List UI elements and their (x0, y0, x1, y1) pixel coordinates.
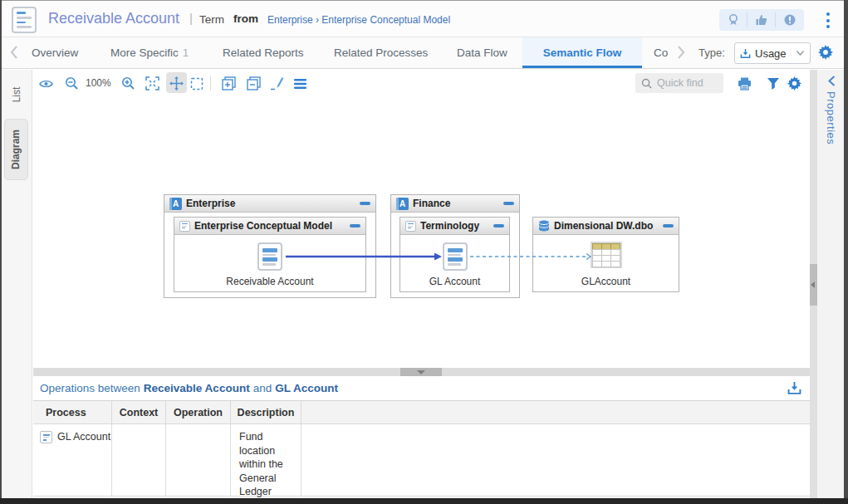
operations-panel: Operations between Receivable Account an… (33, 376, 810, 498)
collapse-all-icon[interactable] (247, 76, 261, 91)
window-border-bottom (0, 498, 848, 504)
operations-splitter-grip[interactable] (400, 368, 442, 376)
type-label: Type: (698, 37, 725, 68)
model-enterprise-conceptual-header[interactable]: Enterprise Conceptual Model (174, 218, 365, 235)
type-select-value: Usage (755, 47, 792, 60)
model-doc-icon (179, 221, 190, 232)
title-divider: | (189, 11, 193, 25)
quick-find-input[interactable] (657, 77, 715, 89)
diagram-settings-gear-icon[interactable] (787, 76, 801, 91)
tab-overview[interactable]: Overview (32, 37, 78, 68)
tab-collapsed[interactable]: Co (654, 37, 668, 68)
download-icon[interactable] (787, 381, 802, 396)
chevron-down-icon (796, 50, 805, 56)
from-label: from (233, 12, 258, 25)
node-gl-account[interactable] (443, 242, 468, 271)
node-glaccount[interactable] (591, 242, 622, 268)
quick-find-box (635, 73, 723, 93)
catalog-a-icon: A (169, 198, 182, 210)
type-select[interactable]: Usage (734, 42, 811, 64)
header-action-group (719, 9, 804, 31)
fit-to-screen-icon[interactable] (145, 76, 159, 91)
application-window: Receivable Account | Term from Enterpris… (0, 0, 848, 504)
col-operation[interactable]: Operation (166, 401, 231, 424)
operations-splitter[interactable] (33, 368, 810, 376)
side-tab-list[interactable]: List (2, 81, 32, 108)
tabs-scroll-left-icon[interactable] (8, 44, 20, 61)
window-border-left (0, 0, 2, 504)
model-terminology[interactable]: Terminology GL Account (399, 217, 510, 292)
annotate-pen-icon[interactable] (270, 76, 284, 91)
table-grid-icon (591, 242, 622, 268)
cell-context (112, 424, 166, 497)
tab-semantic-flow[interactable]: Semantic Flow (522, 37, 642, 68)
expand-all-icon[interactable] (222, 76, 236, 91)
window-border-right (844, 0, 848, 504)
col-context[interactable]: Context (112, 401, 166, 424)
tab-related-reports[interactable]: Related Reports (223, 37, 304, 68)
thumbs-up-icon[interactable] (748, 12, 776, 27)
print-icon[interactable] (738, 76, 752, 91)
operations-table-header: Process Context Operation Description (33, 401, 810, 424)
term-document-icon (12, 7, 37, 33)
term-doc-icon (257, 242, 282, 271)
node-label: Receivable Account (174, 276, 365, 287)
tab-more-specific[interactable]: More Specific1 (110, 37, 189, 68)
zoom-in-icon[interactable] (121, 76, 135, 91)
marquee-select-icon[interactable] (189, 76, 203, 91)
node-label: GL Account (400, 276, 509, 287)
diagram-canvas[interactable]: A Enterprise Enterprise Conceptual Model… (33, 96, 810, 368)
collapse-minus-icon[interactable] (493, 224, 504, 228)
zoom-level: 100% (86, 77, 111, 89)
page-title: Receivable Account (48, 10, 179, 27)
side-tab-diagram[interactable]: Diagram (4, 119, 28, 180)
pan-tool-icon[interactable] (169, 76, 184, 91)
alert-circle-icon[interactable] (776, 12, 804, 27)
model-doc-icon (405, 221, 416, 232)
diagram-workspace: 100% (33, 70, 810, 498)
col-description[interactable]: Description (231, 401, 301, 424)
window-border-top (0, 0, 848, 1)
usage-icon (740, 48, 751, 59)
col-process[interactable]: Process (33, 401, 112, 424)
collapse-minus-icon[interactable] (350, 224, 360, 228)
model-dimensional-dw-header[interactable]: Dimensional DW.dbo (533, 218, 679, 235)
term-doc-icon (40, 431, 52, 443)
zoom-out-icon[interactable] (65, 76, 79, 91)
preview-eye-icon[interactable] (39, 76, 53, 91)
model-dimensional-dw[interactable]: Dimensional DW.dbo GLAccount (532, 217, 679, 292)
properties-expand-icon[interactable] (826, 75, 837, 87)
toolbar-divider (210, 76, 211, 91)
term-doc-icon (443, 242, 468, 271)
model-terminology-header[interactable]: Terminology (400, 218, 509, 235)
operations-title: Operations between Receivable Account an… (33, 376, 810, 401)
cell-operation (166, 424, 231, 497)
menu-lines-icon[interactable] (293, 76, 307, 91)
container-enterprise-header[interactable]: A Enterprise (164, 195, 375, 213)
object-type-label: Term (199, 13, 224, 26)
model-enterprise-conceptual[interactable]: Enterprise Conceptual Model Receivable A… (174, 217, 366, 292)
database-icon (538, 220, 550, 232)
properties-panel-label[interactable]: Properties (825, 91, 837, 144)
container-finance-header[interactable]: A Finance (391, 195, 519, 213)
collapse-minus-icon[interactable] (663, 224, 674, 228)
certify-badge-icon[interactable] (719, 12, 748, 27)
tab-count-badge: 1 (183, 46, 189, 59)
filter-icon[interactable] (766, 76, 780, 91)
tab-related-processes[interactable]: Related Processes (334, 37, 428, 68)
collapse-left-arrow-icon[interactable] (811, 281, 815, 288)
cell-description: Fund location within the General Ledger (231, 424, 301, 497)
flow-settings-gear-icon[interactable] (818, 45, 833, 60)
collapse-minus-icon[interactable] (360, 202, 370, 205)
collapse-minus-icon[interactable] (503, 202, 514, 205)
node-label: GLAccount (533, 276, 679, 287)
tab-data-flow[interactable]: Data Flow (457, 37, 507, 68)
tabs-scroll-right-icon[interactable] (675, 44, 687, 61)
operations-table-row[interactable]: GL Account Fund location within the Gene… (33, 424, 810, 497)
kebab-menu-icon[interactable] (824, 12, 832, 28)
search-icon (641, 78, 652, 89)
breadcrumb[interactable]: Enterprise › Enterprise Conceptual Model (267, 14, 450, 26)
cell-process: GL Account (33, 424, 112, 497)
catalog-a-icon: A (396, 198, 409, 210)
node-receivable-account[interactable] (257, 242, 282, 271)
